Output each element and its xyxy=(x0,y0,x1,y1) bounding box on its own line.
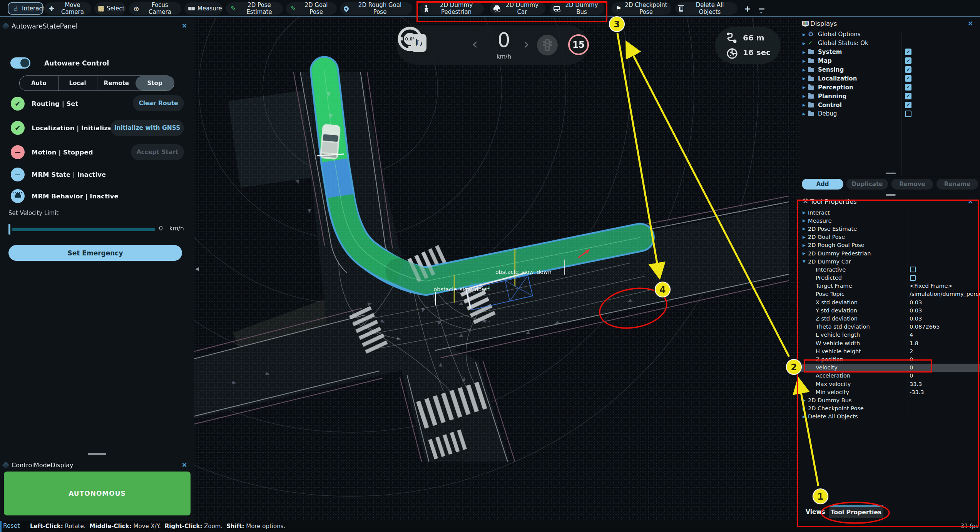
tool-property-row[interactable]: Theta std deviation 0.0872665 xyxy=(800,323,980,331)
property-checkbox[interactable] xyxy=(910,267,916,272)
expand-arrow-icon[interactable]: ▶ xyxy=(803,218,808,223)
tool-property-row[interactable]: ▶ 2D Pose Estimate xyxy=(800,225,980,233)
expand-arrow-icon[interactable]: ▶ xyxy=(803,210,808,215)
displays-item-debug[interactable]: ▶ Debug xyxy=(800,109,980,118)
property-value[interactable]: <Fixed Frame> xyxy=(910,283,953,289)
close-icon[interactable] xyxy=(966,197,975,206)
close-icon[interactable] xyxy=(180,22,189,30)
tool-interact-button[interactable]: Interact xyxy=(8,2,43,15)
tool-2d-pose-estimate-button[interactable]: 2D Pose Estimate xyxy=(226,2,283,15)
property-value[interactable]: 0 xyxy=(910,364,913,371)
property-value[interactable]: 2 xyxy=(910,348,913,354)
mode-local-button[interactable]: Local xyxy=(58,76,97,91)
expand-arrow-icon[interactable]: ▶ xyxy=(803,32,808,37)
tool-2d-rough-goal-pose-button[interactable]: 2D Rough Goal Pose xyxy=(340,2,412,15)
velocity-limit-slider[interactable] xyxy=(8,224,175,235)
tab-views[interactable]: Views xyxy=(806,509,825,515)
close-icon[interactable] xyxy=(966,19,975,28)
tool-2d-dummy-car-button[interactable]: 2D Dummy Car xyxy=(490,2,545,15)
display-enabled-checkbox[interactable] xyxy=(905,66,911,73)
tool-property-row[interactable]: H vehicle height 2 xyxy=(800,347,980,355)
property-value[interactable]: 0 xyxy=(910,356,913,362)
property-value[interactable]: 0.03 xyxy=(910,299,922,305)
expand-arrow-icon[interactable]: ▶ xyxy=(803,243,808,247)
tool-2d-dummy-bus-button[interactable]: 2D Dummy Bus xyxy=(550,2,604,15)
tool-property-row[interactable]: Target Frame <Fixed Frame> xyxy=(800,282,980,290)
tool-property-row[interactable]: W vehicle width 1.8 xyxy=(800,339,980,347)
displays-item-map[interactable]: ▶ Map xyxy=(800,57,980,65)
tab-tool-properties[interactable]: Tool Properties xyxy=(829,505,883,518)
tool-property-row[interactable]: Acceleration 0 xyxy=(800,372,980,380)
tool-property-row[interactable]: Min velocity -33.3 xyxy=(800,388,980,396)
tool-property-row[interactable]: Y std deviation 0.03 xyxy=(800,306,980,314)
tool-property-row[interactable]: Interactive xyxy=(800,265,980,274)
panel-splitter-handle[interactable] xyxy=(886,194,896,196)
chevron-right-icon[interactable]: › xyxy=(523,35,529,52)
mode-stop-button[interactable]: Stop xyxy=(135,76,174,91)
displays-item-localization[interactable]: ▶ Localization xyxy=(800,74,980,83)
expand-arrow-icon[interactable]: ▶ xyxy=(803,41,808,45)
slider-track[interactable] xyxy=(12,228,155,231)
expand-arrow-icon[interactable]: ▶ xyxy=(803,112,808,116)
property-value[interactable]: 0 xyxy=(910,373,913,379)
set-emergency-button[interactable]: Set Emergency xyxy=(8,245,182,261)
tool-focus-camera-button[interactable]: Focus Camera xyxy=(129,2,181,15)
display-enabled-checkbox[interactable] xyxy=(905,49,911,55)
tool-property-row[interactable]: ▶ Measure xyxy=(800,216,980,225)
tool-delete-all-objects-button[interactable]: Delete All Objects xyxy=(675,2,738,15)
property-value[interactable]: 33.3 xyxy=(910,381,922,387)
panel-splitter-handle[interactable] xyxy=(886,173,896,174)
display-enabled-checkbox[interactable] xyxy=(905,75,911,82)
remove-display-button[interactable]: Remove xyxy=(891,179,933,190)
panel-resize-chevron-icon[interactable]: ◀ xyxy=(195,266,199,272)
tool-property-row[interactable]: Pose Topic /simulation/dummy_perce... xyxy=(800,290,980,298)
chevron-left-icon[interactable]: ‹ xyxy=(472,35,478,52)
panel-splitter-handle[interactable] xyxy=(88,453,106,455)
expand-arrow-icon[interactable]: ▼ xyxy=(803,259,808,263)
displays-item-system[interactable]: ▶ System xyxy=(800,48,980,57)
expand-arrow-icon[interactable]: ▶ xyxy=(803,415,808,419)
tool-move-camera-button[interactable]: Move Camera xyxy=(44,2,91,15)
expand-arrow-icon[interactable]: ▶ xyxy=(803,68,808,72)
expand-arrow-icon[interactable]: ▶ xyxy=(803,76,808,81)
tool-property-row[interactable]: ▶ Delete All Objects xyxy=(800,413,980,421)
expand-arrow-icon[interactable]: ▶ xyxy=(803,59,808,63)
displays-item-sensing[interactable]: ▶ Sensing xyxy=(800,65,980,74)
clear-route-button[interactable]: Clear Route xyxy=(133,95,184,111)
tool-2d-goal-pose-button[interactable]: 2D Goal Pose xyxy=(286,2,337,15)
expand-arrow-icon[interactable]: ▶ xyxy=(803,398,808,402)
map-viewport[interactable]: 0.0 0.0 obstacle_slow_down obstacle_slow… xyxy=(194,17,800,521)
tool-property-row[interactable]: Max velocity 33.3 xyxy=(800,380,980,388)
slider-handle[interactable] xyxy=(8,224,10,235)
property-value[interactable]: -33.3 xyxy=(910,389,924,395)
tool-property-row[interactable]: ▶ 2D Rough Goal Pose xyxy=(800,241,980,249)
expand-arrow-icon[interactable]: ▶ xyxy=(803,85,808,89)
tool-property-row[interactable]: X std deviation 0.03 xyxy=(800,298,980,306)
add-tool-button[interactable]: + xyxy=(743,3,753,14)
tool-property-row[interactable]: L vehicle length 4 xyxy=(800,331,980,339)
tool-property-row[interactable]: ▶ 2D Dummy Bus xyxy=(800,396,980,404)
expand-arrow-icon[interactable]: ▶ xyxy=(803,94,808,98)
tool-measure-button[interactable]: Measure xyxy=(184,2,223,15)
add-display-button[interactable]: Add xyxy=(802,179,843,190)
property-value[interactable]: 1.8 xyxy=(910,340,918,346)
tool-property-row[interactable]: ▶ 2D Checkpoint Pose xyxy=(800,404,980,413)
expand-arrow-icon[interactable]: ▶ xyxy=(803,406,808,411)
tool-property-row[interactable]: ▼ 2D Dummy Car xyxy=(800,257,980,265)
close-icon[interactable] xyxy=(180,461,189,469)
rename-display-button[interactable]: Rename xyxy=(937,179,978,190)
expand-arrow-icon[interactable]: ▶ xyxy=(803,103,808,107)
expand-arrow-icon[interactable]: ▶ xyxy=(803,227,808,231)
displays-item-control[interactable]: ▶ Control xyxy=(800,101,980,109)
tool-select-button[interactable]: Select xyxy=(94,2,126,15)
rviz-3d-viewport[interactable]: 0.0 0.0 obstacle_slow_down obstacle_slow… xyxy=(194,17,800,521)
expand-arrow-icon[interactable]: ▶ xyxy=(803,251,808,255)
property-value[interactable]: 0.0872665 xyxy=(910,324,940,330)
property-value[interactable]: 0.03 xyxy=(910,307,922,314)
reset-button[interactable]: Reset xyxy=(3,522,20,529)
expand-arrow-icon[interactable]: ▶ xyxy=(803,50,808,54)
autoware-control-toggle[interactable] xyxy=(10,57,30,69)
tool-2d-dummy-pedestrian-button[interactable]: 2D Dummy Pedestrian xyxy=(419,2,484,15)
displays-item-perception[interactable]: ▶ Perception xyxy=(800,83,980,92)
property-checkbox[interactable] xyxy=(910,275,916,281)
